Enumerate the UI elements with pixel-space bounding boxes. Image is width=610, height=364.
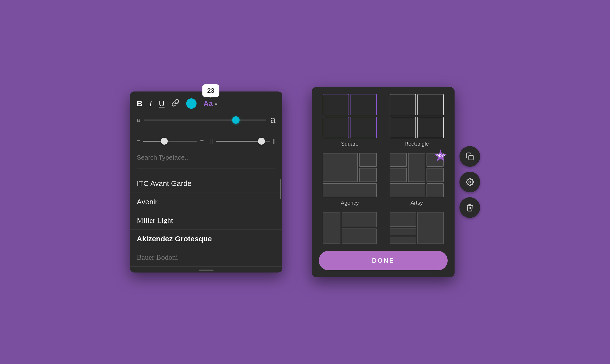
artsy-cell-7 (427, 183, 444, 197)
letter-spacing-max-icon: || (273, 138, 275, 144)
layout-item-bottom-right[interactable] (386, 212, 448, 244)
font-size-tooltip-wrapper: 23 (202, 84, 219, 97)
rect-cell-3 (390, 117, 416, 138)
line-spacing-thumb[interactable] (161, 138, 168, 145)
sq-cell-1 (323, 94, 349, 115)
layout-item-agency[interactable]: Agency (319, 153, 381, 206)
settings-button[interactable] (459, 172, 480, 192)
italic-button[interactable]: I (149, 100, 152, 107)
brg-3 (390, 237, 416, 244)
bottom-left-grid (323, 212, 377, 244)
brg-2 (390, 228, 416, 235)
done-button[interactable]: DONE (319, 251, 448, 270)
square-grid (323, 94, 377, 138)
rect-grid (390, 94, 444, 138)
panel-notch (137, 267, 275, 273)
layout-item-square[interactable]: Square (319, 94, 381, 147)
brg-1 (390, 212, 416, 227)
size-slider-track[interactable] (144, 120, 266, 121)
blg-2 (342, 228, 377, 244)
color-picker[interactable] (186, 98, 197, 109)
layout-panel-wrapper: Square Rectangle (312, 87, 480, 277)
svg-point-1 (469, 181, 471, 183)
square-label: Square (341, 141, 359, 147)
artsy-cell-4 (390, 168, 407, 182)
size-slider-row: a a (137, 115, 275, 125)
font-item-akizendez[interactable]: Akizendez Grotesque (130, 230, 282, 248)
font-size-area: 23 Aa ▲ (203, 99, 218, 108)
rectangle-label: Rectangle (404, 141, 429, 147)
artsy-grid (390, 153, 444, 197)
agency-label: Agency (341, 200, 359, 206)
link-icon[interactable] (171, 99, 179, 108)
layout-preview-artsy: PRO (390, 153, 444, 197)
layout-grid-top: Square Rectangle (319, 94, 448, 147)
font-size-tooltip: 23 (202, 84, 219, 97)
layout-item-artsy[interactable]: PRO Artsy (386, 153, 448, 206)
font-size-aa-label: Aa (203, 99, 213, 108)
blg-tall (323, 212, 340, 244)
svg-rect-0 (469, 155, 473, 160)
layout-preview-agency (323, 153, 377, 197)
side-actions (459, 146, 480, 218)
artsy-cell-tall (408, 153, 425, 182)
layout-preview-rectangle (390, 94, 444, 138)
line-spacing-track[interactable] (143, 141, 197, 142)
underline-button[interactable]: U (159, 100, 165, 107)
layout-grid-bottom (319, 212, 448, 244)
layout-preview-square (323, 94, 377, 138)
size-max-label: a (270, 115, 275, 125)
font-size-chevron-icon: ▲ (214, 101, 218, 106)
font-panel: B I U 23 Aa ▲ (130, 91, 282, 273)
copy-icon (466, 152, 474, 161)
spacing-sliders-row: = = || || (137, 137, 275, 145)
agency-cell-1 (359, 153, 377, 167)
size-slider-thumb[interactable] (232, 116, 240, 124)
divider-2 (137, 168, 275, 168)
layout-panel: Square Rectangle (312, 87, 455, 277)
font-size-button[interactable]: Aa ▲ (203, 99, 218, 108)
artsy-cell-1 (390, 153, 407, 167)
size-min-label: a (137, 117, 140, 123)
rect-cell-2 (417, 94, 444, 115)
font-item-avenir[interactable]: Avenir (130, 193, 282, 211)
artsy-cell-5 (427, 168, 444, 182)
toolbar-row: B I U 23 Aa ▲ (137, 98, 275, 109)
agency-cell-main (323, 153, 358, 182)
rect-cell-1 (390, 94, 416, 115)
bottom-right-grid (390, 212, 444, 244)
main-container: B I U 23 Aa ▲ (130, 87, 480, 277)
scroll-bar[interactable] (280, 174, 281, 267)
artsy-cell-wide (390, 183, 425, 197)
rect-cell-4 (417, 117, 444, 138)
artsy-label: Artsy (411, 200, 423, 206)
agency-cell-2 (359, 168, 377, 182)
font-item-bauer-bodoni[interactable]: Bauer Bodoni (130, 248, 282, 267)
letter-spacing-min-icon: || (210, 138, 213, 144)
search-typeface-input[interactable] (137, 152, 275, 163)
notch-indicator (199, 270, 214, 271)
layout-item-rectangle[interactable]: Rectangle (386, 94, 448, 147)
divider-1 (137, 131, 275, 131)
agency-grid (323, 153, 377, 197)
sq-cell-4 (351, 117, 377, 138)
agency-cell-bottom (323, 183, 377, 197)
delete-button[interactable] (459, 197, 480, 218)
layout-preview-bottom-right (390, 212, 444, 244)
bold-button[interactable]: B (137, 100, 142, 107)
line-spacing-min-icon: = (137, 137, 140, 145)
letter-spacing-track[interactable] (216, 141, 270, 142)
search-row (137, 152, 275, 163)
scroll-thumb[interactable] (280, 179, 281, 199)
copy-button[interactable] (459, 146, 480, 167)
layout-preview-bottom-left (323, 212, 377, 244)
font-item-itc-avant-garde[interactable]: ITC Avant Garde (130, 174, 282, 193)
sq-cell-2 (351, 94, 377, 115)
blg-1 (342, 212, 377, 228)
gear-icon (466, 178, 474, 186)
sq-cell-3 (323, 117, 349, 138)
font-item-miller-light[interactable]: Miller Light (130, 211, 282, 230)
trash-icon (466, 203, 474, 212)
layout-item-bottom-left[interactable] (319, 212, 381, 244)
letter-spacing-thumb[interactable] (258, 138, 265, 145)
